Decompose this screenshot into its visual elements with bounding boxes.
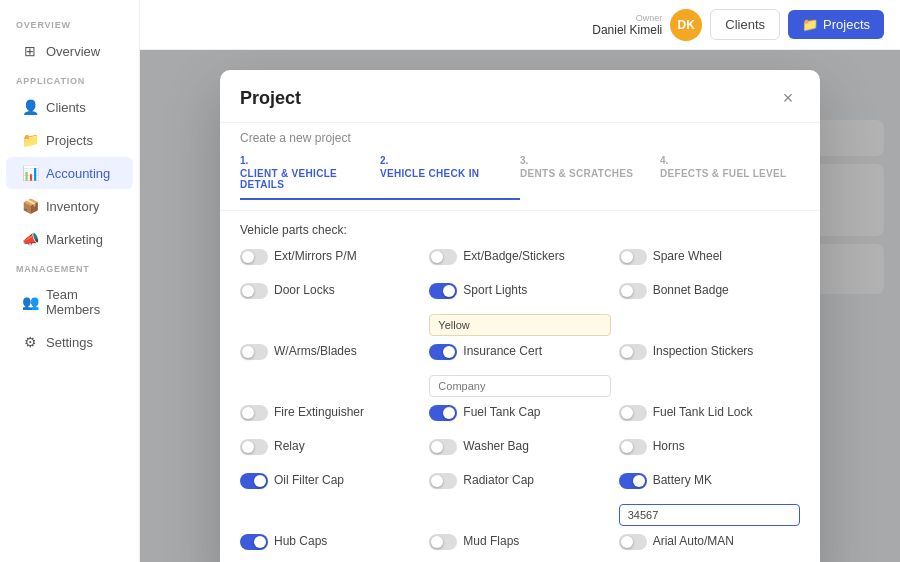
toggle-hub-caps[interactable] [240, 534, 268, 550]
label-washer-bag: Washer Bag [463, 437, 529, 455]
label-sport-lights: Sport Lights [463, 281, 527, 299]
sidebar-item-overview[interactable]: ⊞ Overview [6, 35, 133, 67]
step-4-num: 4. [660, 155, 800, 166]
toggle-battery-mk[interactable] [619, 473, 647, 489]
part-fuel-tank-cap: Fuel Tank Cap [429, 403, 610, 431]
sidebar-section-label-management: MANAGEMENT [0, 256, 139, 278]
battery-mk-input-wrapper [619, 504, 800, 526]
toggle-fuel-tank-lid[interactable] [619, 405, 647, 421]
toggle-insurance-cert[interactable] [429, 344, 457, 360]
modal-steps: 1. CLIENT & VEHICLE DETAILS 2. VEHICLE C… [220, 145, 820, 211]
toggle-relay[interactable] [240, 439, 268, 455]
projects-icon: 📁 [22, 132, 38, 148]
label-insurance-cert: Insurance Cert [463, 342, 542, 360]
topbar: Owner Daniel Kimeli DK Clients 📁 Project… [140, 0, 900, 50]
label-spare-wheel: Spare Wheel [653, 247, 722, 265]
sidebar-item-clients[interactable]: 👤 Clients [6, 91, 133, 123]
projects-icon-btn: 📁 [802, 17, 818, 32]
projects-button[interactable]: 📁 Projects [788, 10, 884, 39]
toggle-washer-bag[interactable] [429, 439, 457, 455]
clients-button[interactable]: Clients [710, 9, 780, 40]
sidebar-item-label-marketing: Marketing [46, 232, 103, 247]
part-ext-mirrors: Ext/Mirrors P/M [240, 247, 421, 275]
sidebar-section-application: APPLICATION 👤 Clients 📁 Projects 📊 Accou… [0, 68, 139, 256]
toggle-inspection-stickers[interactable] [619, 344, 647, 360]
step-2[interactable]: 2. VEHICLE CHECK IN [380, 155, 520, 200]
modal-body: Vehicle parts check: Ext/Mirrors P/M [220, 211, 820, 562]
toggle-horns[interactable] [619, 439, 647, 455]
toggle-ext-mirrors[interactable] [240, 249, 268, 265]
part-hub-caps: Hub Caps [240, 532, 421, 560]
toggle-spare-wheel[interactable] [619, 249, 647, 265]
label-relay: Relay [274, 437, 305, 455]
modal-overlay: Project × Create a new project 1. CLIENT… [140, 50, 900, 562]
toggle-fuel-tank-cap[interactable] [429, 405, 457, 421]
part-door-locks: Door Locks [240, 281, 421, 336]
step-1-num: 1. [240, 155, 380, 166]
part-bonnet-badge: Bonnet Badge [619, 281, 800, 336]
toggle-mud-flaps[interactable] [429, 534, 457, 550]
toggle-warms-blades[interactable] [240, 344, 268, 360]
part-washer-bag: Washer Bag [429, 437, 610, 465]
step-3-label: DENTS & SCRATCHES [520, 168, 660, 179]
modal-close-button[interactable]: × [776, 86, 800, 110]
toggle-arial-auto[interactable] [619, 534, 647, 550]
sidebar-item-inventory[interactable]: 📦 Inventory [6, 190, 133, 222]
part-inspection-stickers: Inspection Stickers [619, 342, 800, 397]
sidebar-item-label-clients: Clients [46, 100, 86, 115]
toggle-ext-badge[interactable] [429, 249, 457, 265]
modal-title: Project [240, 88, 301, 109]
team-icon: 👥 [22, 294, 38, 310]
toggle-fire-extinguisher[interactable] [240, 405, 268, 421]
projects-btn-label: Projects [823, 17, 870, 32]
step-4[interactable]: 4. DEFECTS & FUEL LEVEL [660, 155, 800, 200]
part-battery-mk: Battery MK [619, 471, 800, 526]
avatar: DK [670, 9, 702, 41]
step-3-num: 3. [520, 155, 660, 166]
label-ext-badge: Ext/Badge/Stickers [463, 247, 564, 265]
sport-lights-input[interactable] [429, 314, 610, 336]
part-spare-wheel: Spare Wheel [619, 247, 800, 275]
label-horns: Horns [653, 437, 685, 455]
step-1[interactable]: 1. CLIENT & VEHICLE DETAILS [240, 155, 380, 200]
label-fuel-tank-cap: Fuel Tank Cap [463, 403, 540, 421]
sidebar: OVERVIEW ⊞ Overview APPLICATION 👤 Client… [0, 0, 140, 562]
sidebar-item-marketing[interactable]: 📣 Marketing [6, 223, 133, 255]
sidebar-item-accounting[interactable]: 📊 Accounting [6, 157, 133, 189]
dashboard: Booked In fits 2021 K5h ,411.51 come min… [140, 50, 900, 562]
modal-subtitle: Create a new project [220, 123, 820, 145]
insurance-cert-input[interactable] [429, 375, 610, 397]
part-insurance-cert: Insurance Cert [429, 342, 610, 397]
label-radiator-cap: Radiator Cap [463, 471, 534, 489]
sidebar-section-label-overview: OVERVIEW [0, 12, 139, 34]
battery-mk-input[interactable] [619, 504, 800, 526]
label-mud-flaps: Mud Flaps [463, 532, 519, 550]
label-ext-mirrors: Ext/Mirrors P/M [274, 247, 357, 265]
sidebar-item-projects[interactable]: 📁 Projects [6, 124, 133, 156]
sidebar-section-management: MANAGEMENT 👥 Team Members ⚙ Settings [0, 256, 139, 359]
toggle-radiator-cap[interactable] [429, 473, 457, 489]
label-hub-caps: Hub Caps [274, 532, 327, 550]
label-warms-blades: W/Arms/Blades [274, 342, 357, 360]
sidebar-item-settings[interactable]: ⚙ Settings [6, 326, 133, 358]
part-relay: Relay [240, 437, 421, 465]
sport-lights-input-wrapper [429, 314, 610, 336]
modal-header: Project × [220, 70, 820, 123]
part-oil-filter-cap: Oil Filter Cap [240, 471, 421, 526]
project-modal: Project × Create a new project 1. CLIENT… [220, 70, 820, 562]
step-3[interactable]: 3. DENTS & SCRATCHES [520, 155, 660, 200]
inventory-icon: 📦 [22, 198, 38, 214]
label-fire-extinguisher: Fire Extinguisher [274, 403, 364, 421]
label-bonnet-badge: Bonnet Badge [653, 281, 729, 299]
part-horns: Horns [619, 437, 800, 465]
label-oil-filter-cap: Oil Filter Cap [274, 471, 344, 489]
toggle-bonnet-badge[interactable] [619, 283, 647, 299]
part-ext-badge: Ext/Badge/Stickers [429, 247, 610, 275]
clients-icon: 👤 [22, 99, 38, 115]
toggle-door-locks[interactable] [240, 283, 268, 299]
sidebar-item-team[interactable]: 👥 Team Members [6, 279, 133, 325]
label-door-locks: Door Locks [274, 281, 335, 299]
toggle-sport-lights[interactable] [429, 283, 457, 299]
toggle-oil-filter-cap[interactable] [240, 473, 268, 489]
sidebar-item-label-inventory: Inventory [46, 199, 99, 214]
